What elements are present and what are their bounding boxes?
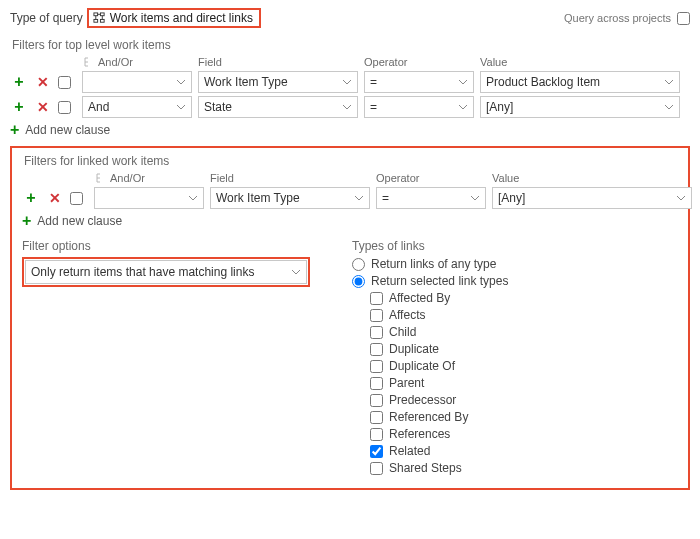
clause-checkbox[interactable]	[58, 76, 71, 89]
add-clause-icon[interactable]: +	[22, 190, 40, 206]
link-type-checkbox[interactable]	[370, 343, 383, 356]
header-value: Value	[480, 56, 680, 68]
link-type-item[interactable]: Referenced By	[370, 410, 678, 424]
link-type-checkbox[interactable]	[370, 360, 383, 373]
section-title-top: Filters for top level work items	[12, 38, 690, 52]
field-select[interactable]: Work Item Type	[210, 187, 370, 209]
chevron-down-icon	[458, 102, 468, 112]
link-type-label: Affected By	[389, 291, 450, 305]
types-of-links-title: Types of links	[352, 239, 678, 253]
section-title-linked: Filters for linked work items	[24, 154, 678, 168]
link-type-checkbox[interactable]	[370, 309, 383, 322]
remove-clause-icon[interactable]: ✕	[34, 99, 52, 115]
radio-selected-link-types[interactable]: Return selected link types	[352, 274, 678, 288]
chevron-down-icon	[458, 77, 468, 87]
link-type-label: Referenced By	[389, 410, 468, 424]
link-type-item[interactable]: Affects	[370, 308, 678, 322]
link-type-label: Child	[389, 325, 416, 339]
link-type-item[interactable]: Duplicate	[370, 342, 678, 356]
link-type-label: Duplicate	[389, 342, 439, 356]
header-field: Field	[210, 172, 370, 184]
clause-row: + ✕ And State = [Any]	[10, 96, 690, 118]
radio-any-label: Return links of any type	[371, 257, 496, 271]
link-type-checkbox[interactable]	[370, 411, 383, 424]
link-type-checkbox[interactable]	[370, 462, 383, 475]
chevron-down-icon	[291, 267, 301, 277]
chevron-down-icon	[676, 193, 686, 203]
link-type-label: Duplicate Of	[389, 359, 455, 373]
operator-select[interactable]: =	[376, 187, 486, 209]
link-type-item[interactable]: Predecessor	[370, 393, 678, 407]
plus-icon: +	[22, 213, 31, 229]
link-type-checkbox[interactable]	[370, 445, 383, 458]
svg-rect-3	[100, 19, 104, 22]
andor-select[interactable]: And	[82, 96, 192, 118]
chevron-down-icon	[342, 77, 352, 87]
field-select[interactable]: Work Item Type	[198, 71, 358, 93]
andor-select[interactable]	[82, 71, 192, 93]
link-type-label: Shared Steps	[389, 461, 462, 475]
link-type-item[interactable]: Affected By	[370, 291, 678, 305]
link-type-label: Affects	[389, 308, 425, 322]
remove-clause-icon[interactable]: ✕	[46, 190, 64, 206]
link-type-item[interactable]: Duplicate Of	[370, 359, 678, 373]
clause-checkbox[interactable]	[70, 192, 83, 205]
header-value: Value	[492, 172, 692, 184]
chevron-down-icon	[354, 193, 364, 203]
query-across-projects-checkbox[interactable]	[677, 12, 690, 25]
clause-row: + ✕ Work Item Type = Product Backlog Ite…	[10, 71, 690, 93]
header-andor: And/Or	[98, 56, 133, 68]
chevron-down-icon	[176, 77, 186, 87]
andor-select[interactable]	[94, 187, 204, 209]
link-type-checkbox[interactable]	[370, 377, 383, 390]
field-select[interactable]: State	[198, 96, 358, 118]
link-type-checkbox[interactable]	[370, 428, 383, 441]
link-type-label: References	[389, 427, 450, 441]
add-new-clause-label: Add new clause	[37, 214, 122, 228]
plus-icon: +	[10, 122, 19, 138]
query-type-value: Work items and direct links	[110, 11, 253, 25]
value-select[interactable]: [Any]	[480, 96, 680, 118]
filter-options-select[interactable]: Only return items that have matching lin…	[25, 260, 307, 284]
link-type-item[interactable]: References	[370, 427, 678, 441]
operator-select[interactable]: =	[364, 96, 474, 118]
linked-filters-panel: Filters for linked work items And/Or Fie…	[10, 146, 690, 490]
link-type-label: Predecessor	[389, 393, 456, 407]
remove-clause-icon[interactable]: ✕	[34, 74, 52, 90]
value-select[interactable]: [Any]	[492, 187, 692, 209]
value-select[interactable]: Product Backlog Item	[480, 71, 680, 93]
link-type-label: Related	[389, 444, 430, 458]
query-type-selector[interactable]: Work items and direct links	[87, 8, 261, 28]
radio-any-link-type[interactable]: Return links of any type	[352, 257, 678, 271]
add-new-clause-button[interactable]: + Add new clause	[22, 213, 678, 229]
chevron-down-icon	[188, 193, 198, 203]
chevron-down-icon	[470, 193, 480, 203]
chevron-down-icon	[664, 102, 674, 112]
filter-options-title: Filter options	[22, 239, 322, 253]
link-type-checkbox[interactable]	[370, 292, 383, 305]
type-of-query-label: Type of query	[10, 11, 83, 25]
link-type-checkbox[interactable]	[370, 394, 383, 407]
operator-select[interactable]: =	[364, 71, 474, 93]
clause-row: + ✕ Work Item Type = [Any]	[22, 187, 678, 209]
radio-selected-label: Return selected link types	[371, 274, 508, 288]
link-type-checkbox[interactable]	[370, 326, 383, 339]
group-icon	[82, 56, 94, 68]
add-new-clause-label: Add new clause	[25, 123, 110, 137]
svg-rect-2	[94, 19, 98, 22]
header-operator: Operator	[364, 56, 474, 68]
add-clause-icon[interactable]: +	[10, 74, 28, 90]
add-new-clause-button[interactable]: + Add new clause	[10, 122, 690, 138]
chevron-down-icon	[664, 77, 674, 87]
link-type-item[interactable]: Parent	[370, 376, 678, 390]
header-operator: Operator	[376, 172, 486, 184]
link-type-item[interactable]: Related	[370, 444, 678, 458]
header-field: Field	[198, 56, 358, 68]
link-type-item[interactable]: Shared Steps	[370, 461, 678, 475]
clause-checkbox[interactable]	[58, 101, 71, 114]
link-type-label: Parent	[389, 376, 424, 390]
link-type-item[interactable]: Child	[370, 325, 678, 339]
svg-rect-1	[100, 12, 104, 15]
add-clause-icon[interactable]: +	[10, 99, 28, 115]
chevron-down-icon	[176, 102, 186, 112]
